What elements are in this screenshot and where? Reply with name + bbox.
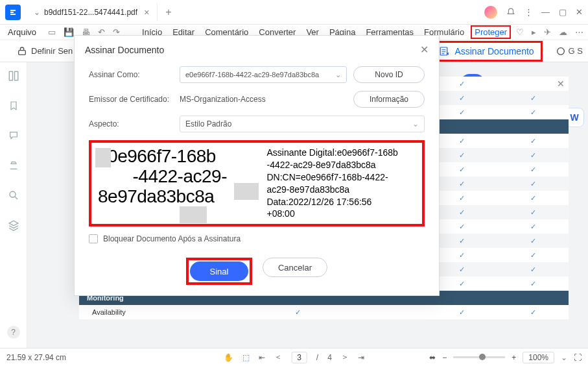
aspect-select[interactable]: Estilo Padrão ⌄ — [180, 116, 425, 132]
page-dimensions: 21.59 x 27.94 cm — [6, 353, 66, 362]
svg-rect-1 — [19, 50, 26, 55]
select-tool-icon[interactable]: ⬚ — [242, 353, 250, 362]
chevron-down-icon: ⌄ — [335, 71, 341, 79]
issuer-value: MS-Organization-Access — [180, 95, 347, 104]
search-icon[interactable] — [6, 188, 21, 202]
preview-details: Assinante Digital:e0e966f7-168b -4422-ac… — [266, 147, 416, 220]
kebab-icon[interactable]: ⋮ — [524, 7, 532, 17]
page-sep: / — [316, 353, 318, 362]
page-current[interactable]: 3 — [291, 352, 307, 363]
fit-width-icon[interactable]: ⬌ — [429, 353, 436, 362]
bulb-icon[interactable]: ♡ — [513, 27, 526, 37]
close-tab-icon[interactable]: × — [144, 7, 149, 18]
titlebar: ⌄ b9ddf151-22...5474441.pdf × + ⋮ — ▢ ✕ — [0, 0, 588, 25]
svg-point-6 — [10, 191, 16, 197]
zoom-value[interactable]: 100% — [523, 352, 554, 363]
svg-rect-4 — [9, 71, 12, 80]
menu-proteger[interactable]: Proteger — [471, 25, 511, 39]
menu-arquivo[interactable]: Arquivo — [4, 26, 40, 38]
sign-button[interactable]: Sinal — [190, 262, 248, 281]
novo-id-button[interactable]: Novo ID — [353, 66, 425, 83]
comment-icon[interactable] — [6, 128, 21, 143]
lock-label: Bloquear Documento Após a Assinatura — [103, 234, 241, 243]
assinar-label: Assinar Documento — [454, 46, 534, 56]
sign-as-label: Assinar Como: — [89, 70, 173, 79]
dialog-close-icon[interactable]: ✕ — [420, 43, 429, 56]
last-page-icon[interactable]: ⇥ — [358, 353, 364, 362]
app-logo — [5, 5, 21, 20]
new-tab-button[interactable]: + — [158, 6, 179, 18]
next-page-icon[interactable]: ＞ — [341, 352, 349, 363]
signature-preview: e0e966f7-168b -4422-ac29- 8e97da83bc8a A… — [89, 140, 425, 226]
chevron-icon[interactable]: ▸ — [529, 27, 539, 37]
attachment-icon[interactable] — [6, 158, 21, 173]
row-availability: Availability — [79, 308, 170, 316]
cloud-icon[interactable]: ☁ — [556, 27, 570, 37]
lock-checkbox[interactable] — [89, 234, 98, 243]
chevron-down-icon: ⌄ — [412, 119, 419, 128]
cancel-button[interactable]: Cancelar — [263, 258, 327, 277]
open-icon[interactable]: ▭ — [45, 27, 58, 37]
gs-button[interactable]: G S — [556, 46, 583, 56]
sign-document-dialog: Assinar Documento ✕ Assinar Como: e0e966… — [74, 35, 440, 296]
zoom-out-icon[interactable]: − — [442, 353, 447, 362]
layers-icon[interactable] — [6, 218, 21, 232]
definir-senha-button[interactable]: Definir Sen — [17, 46, 73, 56]
dialog-title: Assinar Documento — [85, 45, 164, 55]
maximize-icon[interactable]: ▢ — [559, 7, 567, 17]
caret-icon[interactable]: ⌄ — [561, 353, 567, 362]
share-icon[interactable]: ✈ — [541, 27, 554, 37]
aspect-label: Aspecto: — [89, 119, 173, 128]
zoom-slider[interactable] — [453, 356, 505, 358]
issuer-label: Emissor de Certificado: — [89, 95, 173, 104]
sign-as-value: e0e966f7-168b-4422-ac29-8e97da83bc8a — [185, 71, 319, 79]
thumbnails-icon[interactable] — [6, 69, 21, 83]
chevron-down-icon: ⌄ — [34, 8, 40, 17]
bell-icon[interactable] — [506, 8, 515, 17]
gs-label: G S — [569, 46, 583, 56]
tab-title: b9ddf151-22...5474441.pdf — [44, 8, 137, 17]
definir-label: Definir Sen — [31, 46, 73, 56]
left-sidebar: ? — [0, 62, 27, 348]
svg-rect-5 — [14, 71, 18, 80]
aspect-value: Estilo Padrão — [185, 119, 231, 128]
zoom-in-icon[interactable]: + — [512, 353, 516, 362]
prev-page-icon[interactable]: ＜ — [274, 352, 282, 363]
svg-point-3 — [557, 47, 564, 55]
assinar-documento-button[interactable]: Assinar Documento — [430, 41, 542, 62]
info-button[interactable]: Informação — [353, 91, 425, 108]
bookmark-icon[interactable] — [6, 99, 21, 113]
more-icon[interactable]: ⋯ — [572, 27, 586, 37]
avatar[interactable] — [484, 6, 497, 19]
hand-tool-icon[interactable]: ✋ — [224, 353, 233, 362]
minimize-icon[interactable]: — — [541, 7, 550, 17]
sign-as-select[interactable]: e0e966f7-168b-4422-ac29-8e97da83bc8a ⌄ — [180, 66, 347, 83]
first-page-icon[interactable]: ⇤ — [259, 353, 265, 362]
status-bar: 21.59 x 27.94 cm ✋ ⬚ ⇤ ＜ 3 / 4 ＞ ⇥ ⬌ − +… — [0, 348, 588, 366]
help-icon[interactable]: ? — [7, 326, 20, 339]
fullscreen-icon[interactable]: ⛶ — [574, 353, 582, 362]
page-total: 4 — [327, 353, 332, 362]
close-window-icon[interactable]: ✕ — [576, 7, 583, 17]
document-tab[interactable]: ⌄ b9ddf151-22...5474441.pdf × — [26, 3, 158, 21]
